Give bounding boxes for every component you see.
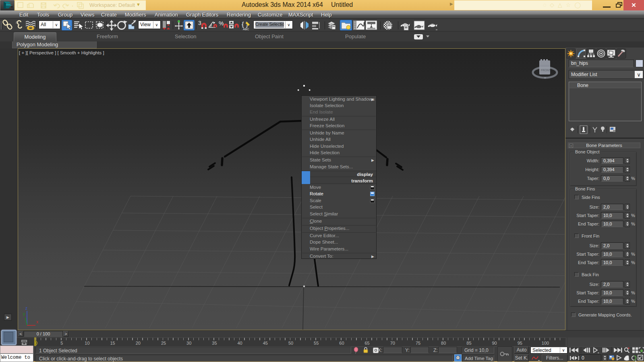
svg-text:ABC: ABC xyxy=(243,27,249,31)
svg-text:%: % xyxy=(219,20,224,27)
svg-text:x: x xyxy=(36,320,38,324)
svg-text:z: z xyxy=(25,306,27,310)
svg-text:y: y xyxy=(23,312,25,316)
svg-text:3: 3 xyxy=(198,20,201,26)
svg-text:FRONT: FRONT xyxy=(541,69,551,72)
